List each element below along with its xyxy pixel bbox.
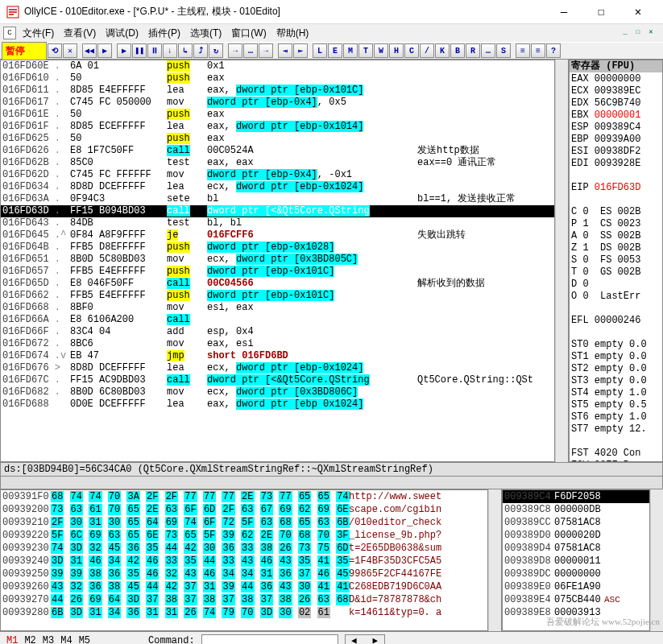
toolbar-btn[interactable]: M xyxy=(343,43,358,58)
toolbar-btn[interactable]: K xyxy=(435,43,450,58)
hex-row[interactable]: 0093926043 32 36 38 45 44 42 37 31 39 44… xyxy=(1,580,487,593)
toolbar-btn[interactable]: W xyxy=(374,43,388,58)
toolbar-btn[interactable]: ≡ xyxy=(516,43,530,58)
menu-帮助(H)[interactable]: 帮助(H) xyxy=(271,26,314,40)
menu-插件(P)[interactable]: 插件(P) xyxy=(143,26,185,40)
disasm-row[interactable]: 016FD66A. E8 6106A200call xyxy=(1,314,554,326)
child-min[interactable]: _ xyxy=(619,27,631,39)
flag-row[interactable]: S 0 FS 0053 xyxy=(571,254,661,266)
toolbar-btn[interactable]: R xyxy=(466,43,480,58)
minimize-button[interactable]: — xyxy=(545,0,582,24)
st-row[interactable]: ST0 empty 0.0 xyxy=(571,339,661,351)
disasm-row[interactable]: 016FD62B. 85C0testeax, eaxeax==0 通讯正常 xyxy=(1,157,554,169)
disasm-row[interactable]: 016FD63D. FF15 B094BD03calldword ptr [<&… xyxy=(1,205,554,217)
disasm-row[interactable]: 016FD643. 84DBtestbl, bl xyxy=(1,217,554,229)
disasm-row[interactable]: 016FD61F. 8D85 ECEFFFFFleaeax, dword ptr… xyxy=(1,121,554,133)
disasm-row[interactable]: 016FD611. 8D85 E4EFFFFFleaeax, dword ptr… xyxy=(1,85,554,97)
st-row[interactable]: ST4 empty 1.0 xyxy=(571,387,661,399)
toolbar-btn[interactable]: ▶ xyxy=(117,43,131,58)
toolbar-btn[interactable]: ≡ xyxy=(531,43,545,58)
mem-tab[interactable]: M2 xyxy=(21,634,39,645)
hex-dump-pane[interactable]: 009391F068 74 74 70 3A 2F 2F 77 77 77 2E… xyxy=(0,489,488,631)
reg-eip[interactable]: EIP 016FD63D xyxy=(571,182,661,194)
flag-row[interactable]: C 0 ES 002B xyxy=(571,206,661,218)
disasm-row[interactable]: 016FD63A. 0F94C3seteblbl==1, 发送接收正常 xyxy=(1,193,554,205)
hex-row[interactable]: 009392205F 6C 69 63 65 6E 73 65 5F 39 62… xyxy=(1,529,487,542)
disasm-row[interactable]: 016FD668. 8BF0movesi, eax xyxy=(1,302,554,314)
reg-efl[interactable]: EFL 00000246 xyxy=(571,315,661,327)
child-max[interactable]: ☐ xyxy=(632,27,644,39)
registers-pane[interactable]: 寄存器 (FPU) EAX 00000000ECX 009389ECEDX 56… xyxy=(568,60,663,462)
toolbar-btn[interactable]: ✕ xyxy=(63,43,77,58)
reg-row[interactable]: EDX 56C9B740 xyxy=(571,97,661,109)
close-button[interactable]: ✕ xyxy=(619,0,657,24)
toolbar-btn[interactable]: C xyxy=(404,43,419,58)
maximize-button[interactable]: ☐ xyxy=(582,0,619,24)
disasm-row[interactable]: 016FD682. 8B0D 6C80BD03movecx, dword ptr… xyxy=(1,386,554,398)
toolbar-btn[interactable]: ↳ xyxy=(178,43,193,58)
st-row[interactable]: ST7 empty 12. xyxy=(571,423,661,436)
disasm-row[interactable]: 016FD66F. 83C4 04addesp, 0x4 xyxy=(1,326,554,338)
stack-row[interactable]: 009389C8000000DB xyxy=(503,503,649,516)
st-row[interactable]: ST1 empty 0.0 xyxy=(571,351,661,363)
disasm-row[interactable]: 016FD65D. E8 046F50FFcall00C04566解析收到的数据 xyxy=(1,278,554,290)
reg-row[interactable]: ESP 009389C4 xyxy=(571,122,661,134)
toolbar-btn[interactable]: ⤴ xyxy=(193,43,208,58)
toolbar-btn[interactable]: … xyxy=(481,43,495,58)
stack-row[interactable]: 009389D407581AC8 xyxy=(503,542,649,555)
hex-row[interactable]: 009392102F 30 31 30 65 64 69 74 6F 72 5F… xyxy=(1,516,487,529)
toolbar-btn[interactable]: … xyxy=(243,43,258,58)
reg-row[interactable]: EAX 00000000 xyxy=(571,73,661,85)
toolbar-btn[interactable]: ? xyxy=(546,43,561,58)
toolbar-btn[interactable]: → xyxy=(259,43,273,58)
menu-查看(V)[interactable]: 查看(V) xyxy=(59,26,101,40)
disasm-row[interactable]: 016FD626. E8 1F7C50FFcall00C0524A发送http数… xyxy=(1,145,554,157)
stack-row[interactable]: 009389DC00000000 xyxy=(503,568,649,580)
mem-tab[interactable]: M4 xyxy=(57,634,75,645)
reg-fst[interactable]: FST 4020 Con xyxy=(571,448,661,460)
disasm-scrollbar[interactable] xyxy=(555,60,568,462)
disasm-row[interactable]: 016FD67C. FF15 AC9DBD03calldword ptr [<&… xyxy=(1,374,554,386)
child-close[interactable]: ✕ xyxy=(645,27,657,39)
disasm-row[interactable]: 016FD674.vEB 47jmpshort 016FD6BD xyxy=(1,350,554,362)
hex-row[interactable]: 009392806B 3D 31 34 36 31 31 26 74 79 70… xyxy=(1,606,487,619)
mdi-icon[interactable]: C xyxy=(3,27,16,39)
command-input[interactable] xyxy=(201,634,338,645)
reg-row[interactable]: EDI 0093928E xyxy=(571,158,661,170)
stack-row[interactable]: 009389D800000011 xyxy=(503,555,649,568)
toolbar-btn[interactable]: L xyxy=(313,43,327,58)
disasm-row[interactable]: 016FD64B. FFB5 D8EFFFFFpushdword ptr [eb… xyxy=(1,242,554,254)
disasm-row[interactable]: 016FD61E. 50pusheax xyxy=(1,109,554,121)
st-row[interactable]: ST6 empty 1.0 xyxy=(571,411,661,423)
hex-scrollbar[interactable] xyxy=(488,489,501,631)
toolbar-btn[interactable]: B xyxy=(450,43,465,58)
disasm-row[interactable]: 016FD651. 8B0D 5C80BD03movecx, dword ptr… xyxy=(1,254,554,266)
toolbar-btn[interactable]: ⇤ xyxy=(293,43,308,58)
stack-row[interactable]: 009389E006FE1A90 xyxy=(503,580,649,593)
toolbar-btn[interactable]: ❚❚ xyxy=(132,43,147,58)
disassembly-pane[interactable]: 016FD60E. 6A 01push0x1016FD610. 50pushea… xyxy=(0,60,555,462)
disasm-row[interactable]: 016FD625. 50pusheax xyxy=(1,133,554,145)
hex-row[interactable]: 009392403D 31 46 34 42 46 33 35 44 33 43… xyxy=(1,555,487,568)
mem-tab[interactable]: M3 xyxy=(39,634,57,645)
pager[interactable]: ◀ ▶ xyxy=(345,634,385,645)
toolbar-btn[interactable]: T xyxy=(358,43,373,58)
stack-row[interactable]: 009389E4075CB440ASC xyxy=(503,593,649,606)
reg-row[interactable]: EBP 00939A00 xyxy=(571,134,661,146)
toolbar-btn[interactable]: ⟲ xyxy=(48,43,62,58)
toolbar-btn[interactable]: ⇥ xyxy=(278,43,292,58)
disasm-row[interactable]: 016FD634. 8D8D DCEFFFFFleaecx, dword ptr… xyxy=(1,181,554,193)
st-row[interactable]: ST2 empty 0.0 xyxy=(571,363,661,375)
stack-row[interactable]: 009389CC07581AC8 xyxy=(503,516,649,529)
disasm-row[interactable]: 016FD688 0D0E DCEFFFFFleaeax, dword ptr … xyxy=(1,398,554,411)
stack-row[interactable]: 009389D00000020D xyxy=(503,529,649,542)
hex-row[interactable]: 0093925039 39 38 36 35 46 32 43 46 34 34… xyxy=(1,568,487,580)
mem-tab[interactable]: M1 xyxy=(3,634,21,645)
hex-row[interactable]: 0093923074 3D 32 45 36 35 44 42 30 36 33… xyxy=(1,542,487,555)
st-row[interactable]: ST5 empty 0.5 xyxy=(571,399,661,411)
reg-row[interactable]: ESI 00938DF2 xyxy=(571,146,661,158)
toolbar-btn[interactable]: ▶ xyxy=(97,43,112,58)
disasm-row[interactable]: 016FD662. FFB5 E4EFFFFFpushdword ptr [eb… xyxy=(1,290,554,302)
toolbar-btn[interactable]: ↓ xyxy=(163,43,177,58)
st-row[interactable]: ST3 empty 0.0 xyxy=(571,375,661,387)
